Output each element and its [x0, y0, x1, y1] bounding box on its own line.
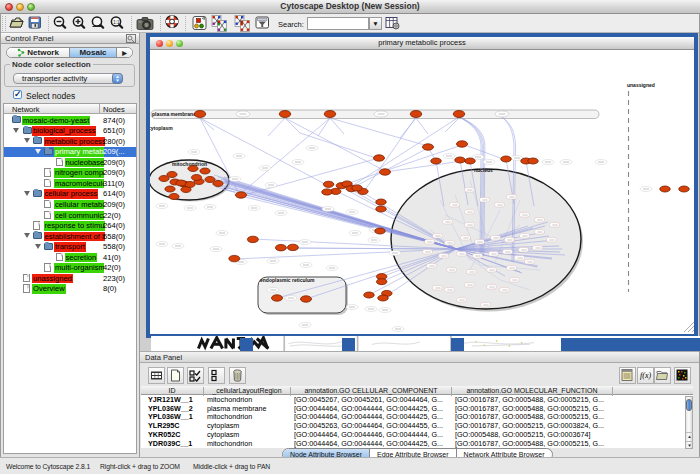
svg-text:f(x): f(x)	[640, 371, 651, 380]
svg-text:endoplasmic reticulum: endoplasmic reticulum	[260, 277, 315, 283]
svg-text:nucleus: nucleus	[474, 167, 493, 173]
svg-text:1:1: 1:1	[113, 20, 120, 25]
svg-text:plasma membrane: plasma membrane	[152, 111, 196, 117]
svg-text:cytoplasm: cytoplasm	[150, 125, 173, 131]
svg-text:unassigned: unassigned	[627, 82, 655, 88]
